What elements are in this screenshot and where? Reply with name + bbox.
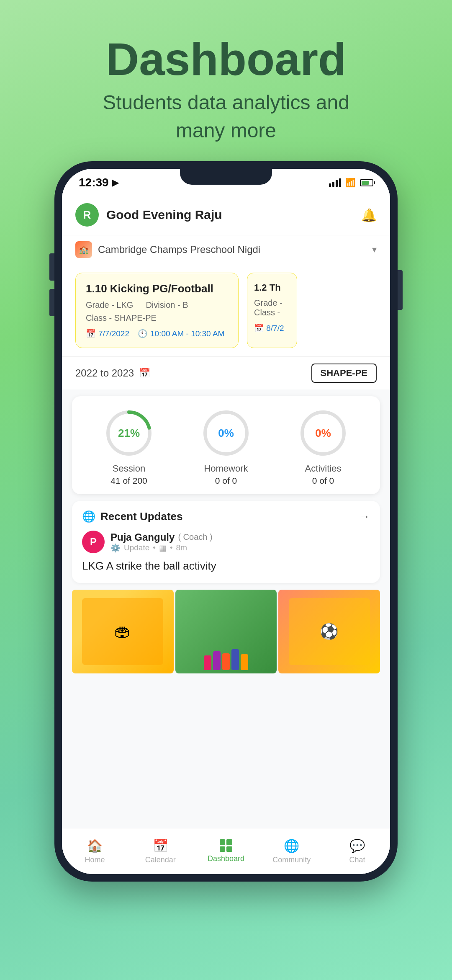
bell-icon[interactable]: 🔔 xyxy=(361,208,377,222)
activities-label: Activities xyxy=(305,463,342,474)
signal-bar-4 xyxy=(339,178,341,187)
dashboard-grid-icon xyxy=(220,839,232,852)
app-content: R Good Evening Raju 🔔 🏫 Cambridge Champs… xyxy=(62,193,390,874)
class-type-1: Class - SHAPE-PE xyxy=(86,313,228,323)
battery-fill xyxy=(362,181,369,185)
stat-homework: 0% Homework 0 of 0 xyxy=(201,408,251,486)
homework-count: 0 of 0 xyxy=(215,476,237,486)
wifi-icon: 📶 xyxy=(345,178,356,188)
dot-separator2: • xyxy=(170,543,173,552)
dropdown-arrow-icon: ▾ xyxy=(372,244,377,255)
community-label: Community xyxy=(272,856,311,864)
circle-activities: 0% xyxy=(298,408,348,458)
class-date-1: 📅 7/7/2022 xyxy=(86,329,129,338)
dashboard-label: Dashboard xyxy=(208,854,244,863)
updates-title: 🌐 Recent Updates xyxy=(82,510,183,523)
nav-community[interactable]: 🌐 Community xyxy=(259,834,324,869)
grid-cell-1 xyxy=(220,839,226,845)
photo-cell-2 xyxy=(175,590,277,673)
chat-label: Chat xyxy=(349,856,365,864)
partial-date: 📅 8/7/2 xyxy=(254,323,290,333)
phone-frame: 12:39 ▶ 📶 R xyxy=(54,161,398,882)
status-time: 12:39 ▶ xyxy=(79,176,118,189)
class-card-title-1: 1.10 Kicking PG/Football xyxy=(86,282,228,295)
vol-up-button xyxy=(49,253,54,281)
author-meta: ⚙️ Update • ▦ • 8m xyxy=(110,543,213,553)
class-date-2: 📅 8/7/2 xyxy=(254,323,290,333)
greeting-text: Good Evening Raju xyxy=(106,208,222,222)
page-subtitle: Students data analytics andmany more xyxy=(103,88,349,144)
nav-home[interactable]: 🏠 Home xyxy=(62,834,128,869)
class-time-1: 🕙 10:00 AM - 10:30 AM xyxy=(138,329,224,338)
class-type-2: Class - xyxy=(254,308,290,317)
signal-bar-2 xyxy=(332,182,334,187)
session-label: Session xyxy=(113,463,145,474)
class-grade-2: Grade - xyxy=(254,298,290,308)
session-count: 41 of 200 xyxy=(110,476,147,486)
clock-icon-1: 🕙 xyxy=(138,329,148,338)
location-icon: ▶ xyxy=(112,178,118,188)
school-logo: 🏫 xyxy=(75,241,92,258)
class-card-1[interactable]: 1.10 Kicking PG/Football Grade - LKG Div… xyxy=(75,273,239,348)
spacer xyxy=(62,673,390,828)
school-selector[interactable]: 🏫 Cambridge Champs Preschool Nigdi ▾ xyxy=(62,235,390,264)
home-icon: 🏠 xyxy=(87,838,103,853)
author-info: Puja Ganguly ( Coach ) ⚙️ Update • ▦ • 8… xyxy=(110,531,213,553)
nav-chat[interactable]: 💬 Chat xyxy=(324,834,390,869)
grid-cell-3 xyxy=(220,846,226,852)
author-name-row: Puja Ganguly ( Coach ) xyxy=(110,531,213,543)
dot-separator: • xyxy=(153,543,156,552)
greeting-left: R Good Evening Raju xyxy=(75,203,222,227)
session-percent: 21% xyxy=(118,427,140,440)
photo-cell-3: ⚽ xyxy=(278,590,380,673)
greeting-bar: R Good Evening Raju 🔔 xyxy=(62,193,390,235)
power-button xyxy=(398,270,403,310)
updates-header: 🌐 Recent Updates → xyxy=(82,510,370,523)
year-text: 2022 to 2023 📅 xyxy=(75,367,150,379)
update-type-icon: ⚙️ xyxy=(110,543,121,553)
battery-icon xyxy=(360,179,373,186)
update-item: P Puja Ganguly ( Coach ) ⚙️ Update • ▦ xyxy=(82,531,370,573)
school-name: Cambridge Champs Preschool Nigdi xyxy=(98,244,366,255)
nav-dashboard[interactable]: Dashboard xyxy=(193,835,259,867)
stat-activities: 0% Activities 0 of 0 xyxy=(298,408,348,486)
page-title: Dashboard xyxy=(103,34,349,84)
photo-grid: 🏟 ⚽ xyxy=(72,590,380,673)
calendar-filter-icon: 📅 xyxy=(139,368,150,379)
home-label: Home xyxy=(85,856,105,864)
classes-scroll[interactable]: 1.10 Kicking PG/Football Grade - LKG Div… xyxy=(62,264,390,356)
grid-cell-2 xyxy=(226,839,232,845)
community-icon: 🌐 xyxy=(284,838,299,853)
photo-cell-1: 🏟 xyxy=(72,590,174,673)
updates-arrow-icon[interactable]: → xyxy=(359,510,370,523)
class-card-2[interactable]: 1.2 Th Grade - Class - 📅 8/7/2 xyxy=(247,273,297,348)
page-header: Dashboard Students data analytics andman… xyxy=(103,0,349,161)
bottom-nav: 🏠 Home 📅 Calendar Dashboard xyxy=(62,828,390,874)
class-division-1: Division - B xyxy=(146,300,188,310)
calendar-icon-1: 📅 xyxy=(86,329,96,338)
activities-count: 0 of 0 xyxy=(312,476,334,486)
updates-section: 🌐 Recent Updates → P Puja Ganguly ( Coac… xyxy=(72,501,380,583)
class-grade-1: Grade - LKG xyxy=(86,300,133,310)
phone-screen: 12:39 ▶ 📶 R xyxy=(62,169,390,874)
nav-calendar[interactable]: 📅 Calendar xyxy=(128,834,193,869)
update-text: LKG A strike the ball activity xyxy=(82,558,370,573)
year-filter-row: 2022 to 2023 📅 SHAPE-PE xyxy=(62,356,390,389)
homework-percent: 0% xyxy=(218,427,234,440)
author-name: Puja Ganguly xyxy=(110,531,175,543)
phone-notch xyxy=(180,169,272,185)
grid-cell-4 xyxy=(226,846,232,852)
class-info-row-1: Grade - LKG Division - B xyxy=(86,300,228,310)
vol-down-button xyxy=(49,289,54,316)
signal-bar-3 xyxy=(336,180,338,187)
update-time: 8m xyxy=(176,543,187,552)
status-icons: 📶 xyxy=(329,178,373,188)
update-author-row: P Puja Ganguly ( Coach ) ⚙️ Update • ▦ xyxy=(82,531,370,553)
calendar-icon: 📅 xyxy=(153,838,168,853)
signal-bars xyxy=(329,178,341,187)
globe-icon: 🌐 xyxy=(82,510,95,523)
homework-label: Homework xyxy=(204,463,248,474)
signal-bar-1 xyxy=(329,183,331,187)
calendar-label: Calendar xyxy=(145,856,176,864)
filter-badge[interactable]: SHAPE-PE xyxy=(311,364,377,383)
